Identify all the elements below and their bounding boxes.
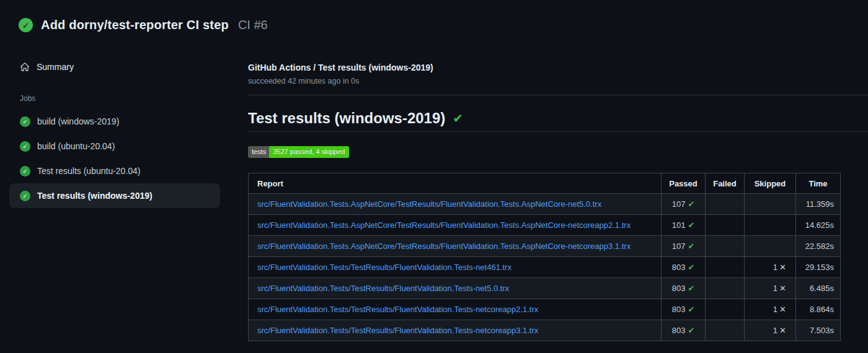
job-success-icon: ✓ — [20, 116, 30, 127]
report-table-row: src/FluentValidation.Tests/TestResults/F… — [249, 299, 841, 320]
job-success-icon: ✓ — [20, 166, 30, 176]
passed-check-icon: ✔ — [688, 220, 694, 230]
passed-check-icon: ✔ — [688, 284, 694, 293]
failed-cell — [706, 299, 745, 320]
passed-check-icon: ✔ — [688, 199, 694, 209]
report-link[interactable]: src/FluentValidation.Tests.AspNetCore/Te… — [257, 199, 601, 209]
report-link[interactable]: src/FluentValidation.Tests/TestResults/F… — [257, 305, 538, 314]
job-label: Test results (windows-2019) — [37, 191, 153, 201]
failed-cell — [706, 194, 745, 215]
tests-badge-value: 3527 passed, 4 skipped — [269, 146, 349, 158]
skipped-cell: 1✕ — [745, 278, 796, 299]
skipped-x-icon: ✕ — [779, 326, 786, 335]
time-cell: 14.625s — [796, 215, 841, 236]
passed-cell: 107✔ — [662, 236, 706, 257]
column-header-passed: Passed — [662, 173, 706, 194]
skipped-count: 1 — [773, 305, 777, 314]
report-table-row: src/FluentValidation.Tests.AspNetCore/Te… — [249, 194, 841, 215]
failed-cell — [706, 320, 745, 341]
sidebar-job-item[interactable]: ✓Test results (windows-2019) — [9, 183, 220, 208]
sidebar-job-item[interactable]: ✓build (windows-2019) — [9, 109, 220, 134]
sidebar: Summary Jobs ✓build (windows-2019)✓build… — [0, 32, 248, 208]
main-content: GitHub Actions / Test results (windows-2… — [248, 32, 868, 341]
report-table-body: src/FluentValidation.Tests.AspNetCore/Te… — [249, 194, 841, 341]
report-link[interactable]: src/FluentValidation.Tests/TestResults/F… — [257, 326, 538, 335]
report-table-row: src/FluentValidation.Tests/TestResults/F… — [249, 278, 841, 299]
failed-cell — [706, 236, 745, 257]
skipped-count: 1 — [773, 284, 777, 293]
sidebar-item-summary[interactable]: Summary — [9, 58, 220, 76]
report-table-row: src/FluentValidation.Tests.AspNetCore/Te… — [249, 215, 841, 236]
run-number: CI #6 — [238, 18, 268, 32]
sidebar-job-item[interactable]: ✓Test results (ubuntu-20.04) — [9, 159, 220, 183]
skipped-count: 1 — [773, 326, 777, 335]
report-cell: src/FluentValidation.Tests.AspNetCore/Te… — [249, 215, 662, 236]
run-title: Add dorny/test-reporter CI step — [41, 18, 229, 32]
jobs-section-label: Jobs — [20, 94, 248, 103]
check-run-status: succeeded 42 minutes ago in 0s — [248, 77, 868, 85]
sidebar-jobs-list: ✓build (windows-2019)✓build (ubuntu-20.0… — [0, 109, 248, 208]
report-table-row: src/FluentValidation.Tests/TestResults/F… — [249, 320, 841, 341]
column-header-report: Report — [249, 173, 662, 194]
column-header-time: Time — [796, 173, 841, 194]
failed-cell — [706, 257, 745, 278]
report-table: Report Passed Failed Skipped Time src/Fl… — [248, 173, 841, 341]
report-heading-text: Test results (windows-2019) — [248, 110, 445, 127]
report-cell: src/FluentValidation.Tests/TestResults/F… — [249, 257, 662, 278]
skipped-count: 1 — [773, 263, 777, 272]
passed-check-icon: ✔ — [688, 263, 694, 272]
skipped-x-icon: ✕ — [779, 284, 786, 293]
report-link[interactable]: src/FluentValidation.Tests/TestResults/F… — [257, 284, 509, 293]
skipped-cell — [745, 236, 796, 257]
passed-count: 803 — [672, 326, 686, 335]
run-success-icon: ✓ — [19, 18, 33, 32]
skipped-cell — [745, 215, 796, 236]
check-run-title: GitHub Actions / Test results (windows-2… — [248, 63, 868, 72]
passed-count: 107 — [672, 242, 686, 251]
skipped-cell — [745, 194, 796, 215]
passed-count: 107 — [672, 199, 686, 209]
report-table-row: src/FluentValidation.Tests/TestResults/F… — [249, 257, 841, 278]
time-cell: 7.503s — [796, 320, 841, 341]
skipped-x-icon: ✕ — [779, 263, 786, 272]
heading-check-icon: ✔ — [453, 111, 463, 126]
passed-count: 101 — [672, 220, 686, 230]
passed-cell: 803✔ — [662, 320, 706, 341]
passed-cell: 803✔ — [662, 257, 706, 278]
column-header-failed: Failed — [706, 173, 745, 194]
report-link[interactable]: src/FluentValidation.Tests.AspNetCore/Te… — [257, 220, 631, 230]
failed-cell — [706, 278, 745, 299]
tests-badge-label: tests — [248, 146, 269, 158]
failed-cell — [706, 215, 745, 236]
passed-count: 803 — [672, 263, 686, 272]
job-label: build (windows-2019) — [37, 116, 119, 126]
passed-count: 803 — [672, 284, 686, 293]
passed-cell: 803✔ — [662, 299, 706, 320]
home-icon — [20, 62, 30, 72]
column-header-skipped: Skipped — [745, 173, 796, 194]
time-cell: 6.485s — [796, 278, 841, 299]
passed-check-icon: ✔ — [688, 305, 694, 314]
skipped-cell: 1✕ — [745, 299, 796, 320]
passed-cell: 101✔ — [662, 215, 706, 236]
time-cell: 11.359s — [796, 194, 841, 215]
report-link[interactable]: src/FluentValidation.Tests.AspNetCore/Te… — [257, 242, 631, 251]
summary-label: Summary — [37, 62, 74, 72]
passed-count: 803 — [672, 305, 686, 314]
job-success-icon: ✓ — [20, 141, 30, 152]
job-label: build (ubuntu-20.04) — [37, 141, 115, 151]
report-cell: src/FluentValidation.Tests/TestResults/F… — [249, 299, 662, 320]
report-link[interactable]: src/FluentValidation.Tests/TestResults/F… — [257, 263, 512, 272]
sidebar-job-item[interactable]: ✓build (ubuntu-20.04) — [9, 134, 220, 159]
skipped-cell: 1✕ — [745, 320, 796, 341]
passed-check-icon: ✔ — [688, 242, 694, 251]
report-table-row: src/FluentValidation.Tests.AspNetCore/Te… — [249, 236, 841, 257]
report-table-header-row: Report Passed Failed Skipped Time — [249, 173, 841, 194]
passed-check-icon: ✔ — [688, 326, 694, 335]
report-cell: src/FluentValidation.Tests/TestResults/F… — [249, 278, 662, 299]
header-divider — [248, 95, 868, 95]
time-cell: 8.864s — [796, 299, 841, 320]
skipped-x-icon: ✕ — [779, 305, 786, 314]
passed-cell: 107✔ — [662, 194, 706, 215]
job-label: Test results (ubuntu-20.04) — [37, 166, 141, 176]
